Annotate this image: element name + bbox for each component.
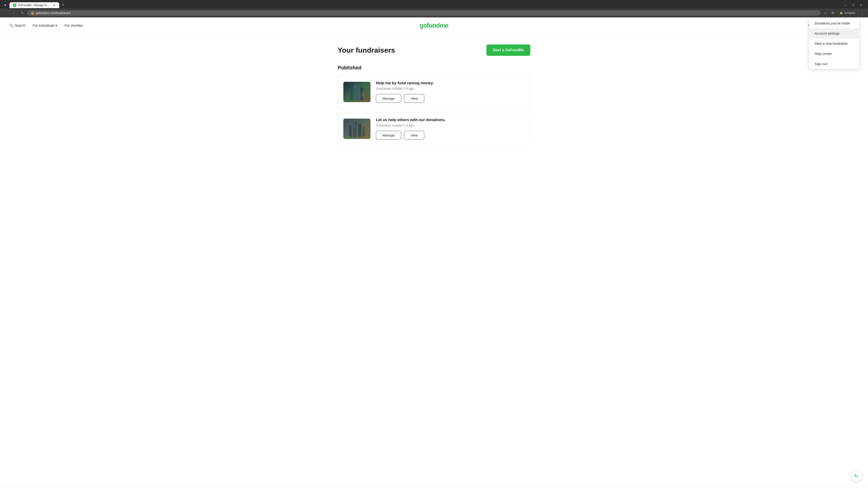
view-button-2[interactable]: View [404,131,424,140]
donations-made-menu-item[interactable]: Donations you've made [809,18,859,28]
incognito-label: Incognito [844,11,855,14]
for-individuals-nav-item[interactable]: For individuals ▾ [33,24,57,28]
account-settings-menu-item[interactable]: Account settings [809,28,859,38]
logo-container[interactable]: gofundme [420,22,448,29]
header-left: 🔍 Search For individuals ▾ For charities [9,24,83,28]
fundraiser-info-1: Help me by fund raising money. Fundraise… [376,81,525,103]
view-button-1[interactable]: View [404,94,424,103]
incognito-icon: 🕵 [839,11,843,14]
back-button[interactable]: ‹ [3,10,9,16]
address-bar: ‹ › ↻ 🔒 gofundme.com/fundraisers ☆ ⧉ 🕵 I… [0,8,868,18]
more-options-icon[interactable]: ⋮ [859,10,865,16]
sign-out-menu-item[interactable]: Sign out [809,59,859,69]
close-button[interactable]: ✕ [857,2,864,8]
for-individuals-label: For individuals [33,24,55,27]
fundraiser-title-1: Help me by fund raising money. [376,81,525,86]
fundraiser-info-2: Let us help others with our donations. F… [376,118,525,140]
help-center-menu-item[interactable]: Help center [809,48,859,59]
tab-switcher[interactable]: ▼ [2,2,8,8]
svg-rect-11 [358,124,361,137]
bookmark-icon[interactable]: ☆ [822,10,829,16]
for-charities-label: For charities [64,24,83,27]
chat-widget[interactable]: ↻ [851,471,862,482]
page-header: Your fundraisers Start a GoFundMe [338,44,530,56]
manage-button-1[interactable]: Manage [376,94,401,103]
forward-button[interactable]: › [11,10,17,16]
fundraiser-meta-2: Fundraiser created 1 d ago [376,124,525,127]
main-content: Your fundraisers Start a GoFundMe Publis… [332,34,536,160]
tab-bar: ▼ G GoFundMe - Manage fundraise... ✕ + ─… [0,0,868,8]
new-tab-button[interactable]: + [60,2,66,8]
incognito-badge[interactable]: 🕵 Incognito [837,10,858,15]
window-controls: ─ ❐ ✕ [842,2,866,8]
chat-icon: ↻ [854,473,858,479]
tab-title: GoFundMe - Manage fundraise... [18,4,51,7]
svg-rect-9 [349,125,352,137]
chevron-down-icon: ▾ [55,24,57,28]
fundraiser-card-2: Let us help others with our donations. F… [338,112,530,145]
search-icon: 🔍 [9,24,13,28]
search-label: Search [15,24,26,27]
page: 🔍 Search For individuals ▾ For charities… [0,18,868,487]
fundraiser-title-2: Let us help others with our donations. [376,118,525,122]
for-charities-nav-item[interactable]: For charities [64,24,83,27]
toolbar-icons: ☆ ⧉ 🕵 Incognito ⋮ [822,10,865,16]
fundraiser-actions-1: Manage View [376,94,525,103]
split-screen-icon[interactable]: ⧉ [830,10,836,16]
site-header: 🔍 Search For individuals ▾ For charities… [0,18,868,34]
fundraiser-card: Help me by fund raising money. Fundraise… [338,75,530,108]
start-gofundme-button[interactable]: Start a GoFundMe [487,44,530,56]
svg-rect-10 [353,122,357,137]
fundraiser-image-1 [343,82,370,102]
page-title: Your fundraisers [338,46,395,55]
fundraiser-meta-1: Fundraiser created 1 d ago [376,87,525,90]
restore-button[interactable]: ❐ [849,2,857,8]
fundraiser-actions-2: Manage View [376,131,525,140]
search-nav-item[interactable]: 🔍 Search [9,24,26,28]
tab-favicon: G [13,4,16,7]
svg-point-14 [362,125,366,130]
user-dropdown-menu: Donations you've made Account settings S… [809,18,859,69]
address-text: gofundme.com/fundraisers [36,11,71,15]
gofundme-logo: gofundme [420,22,448,29]
start-fundraiser-menu-item[interactable]: Start a new fundraiser [809,38,859,48]
address-input-container[interactable]: 🔒 gofundme.com/fundraisers [27,10,820,16]
browser-chrome: ▼ G GoFundMe - Manage fundraise... ✕ + ─… [0,0,868,18]
manage-button-2[interactable]: Manage [376,131,401,140]
fundraiser-image-2 [343,119,370,139]
minimize-button[interactable]: ─ [842,2,849,8]
tab-close-button[interactable]: ✕ [53,4,56,7]
reload-button[interactable]: ↻ [19,10,25,16]
active-tab[interactable]: G GoFundMe - Manage fundraise... ✕ [9,2,59,8]
published-section-title: Published [338,65,530,71]
